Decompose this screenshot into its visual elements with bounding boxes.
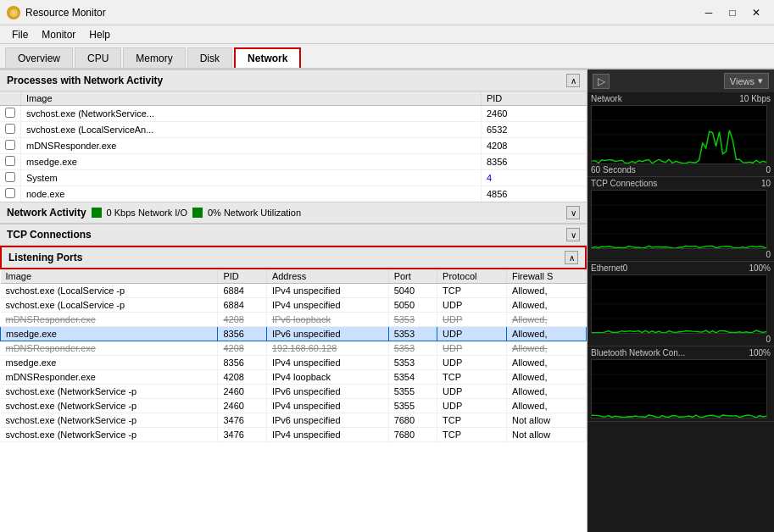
graph-value-1: 10 [761, 179, 771, 188]
right-panel: ▷ Views ▾ Network 10 Kbps 60 Seconds [587, 69, 774, 532]
listening-collapse-btn[interactable]: ∧ [565, 251, 578, 264]
tcp-collapse-btn[interactable]: ∨ [566, 228, 580, 241]
graph-footer-right-2: 0 [766, 335, 771, 344]
processes-content: Image PID svchost.exe (NetworkService...… [0, 91, 587, 202]
row-checkbox[interactable] [0, 122, 21, 138]
graph-canvas-3 [591, 359, 767, 418]
views-label: Views [730, 76, 755, 86]
processes-header[interactable]: Processes with Network Activity ∧ [0, 69, 587, 91]
row-image: msedge.exe [1, 327, 218, 341]
row-port: 5353 [388, 356, 437, 370]
row-image: mDNSResponder.exe [1, 313, 218, 327]
row-protocol: TCP [437, 413, 507, 428]
list-item[interactable]: svchost.exe (NetworkService -p 2460 IPv4… [1, 399, 587, 413]
list-item[interactable]: mDNSResponder.exe 4208 IPv4 loopback 535… [1, 370, 587, 385]
graph-section-0: Network 10 Kbps 60 Seconds 0 [587, 92, 774, 177]
row-checkbox[interactable] [0, 186, 21, 202]
row-address: IPv4 unspecified [266, 356, 388, 370]
row-pid: 2460 [481, 106, 586, 122]
menu-help[interactable]: Help [82, 27, 117, 42]
graph-footer-right-1: 0 [766, 250, 771, 259]
row-image: msedge.exe [1, 356, 218, 370]
list-item[interactable]: msedge.exe 8356 IPv4 unspecified 5353 UD… [1, 356, 587, 370]
list-item[interactable]: mDNSResponder.exe 4208 IPv6 loopback 535… [1, 313, 587, 327]
row-protocol: UDP [437, 385, 507, 399]
app-icon: ◎ [7, 6, 20, 19]
row-checkbox[interactable] [0, 170, 21, 186]
table-row[interactable]: node.exe 4856 [0, 186, 587, 202]
tab-memory[interactable]: Memory [123, 47, 185, 68]
list-item[interactable]: svchost.exe (NetworkService -p 3476 IPv6… [1, 413, 587, 428]
col-l-image: Image [1, 269, 218, 284]
row-protocol: UDP [437, 298, 507, 313]
close-button[interactable]: ✕ [745, 4, 767, 21]
processes-collapse-btn[interactable]: ∧ [566, 74, 580, 87]
list-item[interactable]: svchost.exe (LocalService -p 6884 IPv4 u… [1, 284, 587, 298]
processes-table: Image PID svchost.exe (NetworkService...… [0, 91, 587, 202]
list-item[interactable]: svchost.exe (NetworkService -p 3476 IPv4… [1, 428, 587, 442]
network-activity-title: Network Activity [7, 207, 86, 219]
maximize-button[interactable]: □ [721, 4, 743, 21]
row-port: 5353 [388, 313, 437, 327]
graph-label-0: Network 10 Kbps [591, 94, 771, 103]
graph-footer-left-0: 60 Seconds [591, 165, 636, 175]
table-row[interactable]: mDNSResponder.exe 4208 [0, 138, 587, 154]
row-image: mDNSResponder.exe [21, 138, 482, 154]
row-address: IPv6 unspecified [266, 327, 388, 341]
graph-name-2: Ethernet0 [591, 263, 627, 273]
row-pid: 6884 [218, 284, 266, 298]
table-row[interactable]: svchost.exe (NetworkService... 2460 [0, 106, 587, 122]
table-row[interactable]: svchost.exe (LocalServiceAn... 6532 [0, 122, 587, 138]
row-checkbox[interactable] [0, 106, 21, 122]
row-port: 5040 [388, 284, 437, 298]
table-row[interactable]: System 4 [0, 170, 587, 186]
listening-header[interactable]: Listening Ports ∧ [0, 246, 587, 269]
list-item[interactable]: svchost.exe (NetworkService -p 2460 IPv6… [1, 385, 587, 399]
menu-file[interactable]: File [5, 27, 35, 42]
listening-section: Listening Ports ∧ Image PID Address Port… [0, 246, 587, 532]
row-firewall: Allowed, [506, 356, 586, 370]
row-image: svchost.exe (NetworkService... [21, 106, 482, 122]
tcp-header[interactable]: TCP Connections ∨ [0, 224, 587, 246]
graph-label-2: Ethernet0 100% [591, 263, 771, 273]
row-address: IPv4 unspecified [266, 399, 388, 413]
graph-section-2: Ethernet0 100% 0 [587, 262, 774, 346]
row-checkbox[interactable] [0, 154, 21, 170]
row-port: 7680 [388, 413, 437, 428]
tab-network[interactable]: Network [234, 47, 301, 68]
row-pid: 3476 [218, 413, 266, 428]
row-port: 5354 [388, 370, 437, 385]
row-protocol: UDP [437, 327, 507, 341]
row-image: svchost.exe (NetworkService -p [1, 399, 218, 413]
row-firewall: Not allow [506, 413, 586, 428]
row-image: svchost.exe (NetworkService -p [1, 385, 218, 399]
graph-value-0: 10 Kbps [739, 94, 771, 103]
views-arrow-icon: ▾ [758, 75, 763, 86]
row-checkbox[interactable] [0, 138, 21, 154]
row-pid: 4208 [481, 138, 586, 154]
tab-disk[interactable]: Disk [187, 47, 232, 68]
row-pid: 4856 [481, 186, 586, 202]
row-pid: 6884 [218, 298, 266, 313]
list-item[interactable]: mDNSResponder.exe 4208 192.168.60.128 53… [1, 341, 587, 356]
tab-overview[interactable]: Overview [5, 47, 73, 68]
list-item[interactable]: msedge.exe 8356 IPv6 unspecified 5353 UD… [1, 327, 587, 341]
expand-button[interactable]: ▷ [593, 74, 610, 89]
row-port: 5355 [388, 399, 437, 413]
col-l-pid: PID [218, 269, 266, 284]
col-checkbox [0, 91, 21, 106]
graph-section-3: Bluetooth Network Con... 100% [587, 346, 774, 422]
row-address: IPv6 unspecified [266, 413, 388, 428]
tab-cpu[interactable]: CPU [75, 47, 121, 68]
processes-section: Processes with Network Activity ∧ Image … [0, 69, 587, 202]
table-row[interactable]: msedge.exe 8356 [0, 154, 587, 170]
row-pid: 4 [481, 170, 586, 186]
minimize-button[interactable]: ─ [698, 4, 720, 21]
menu-monitor[interactable]: Monitor [35, 27, 82, 42]
views-button[interactable]: Views ▾ [724, 73, 769, 89]
col-l-protocol: Protocol [437, 269, 507, 284]
col-pid: PID [481, 91, 586, 106]
row-firewall: Allowed, [506, 298, 586, 313]
list-item[interactable]: svchost.exe (LocalService -p 6884 IPv4 u… [1, 298, 587, 313]
network-activity-collapse-btn[interactable]: ∨ [566, 206, 580, 219]
